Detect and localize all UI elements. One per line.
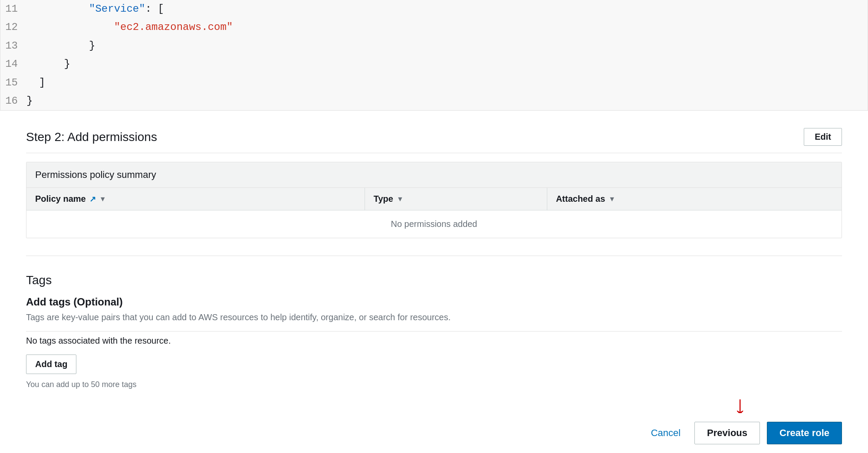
line-number: 12 <box>0 19 26 36</box>
section-divider <box>26 256 842 256</box>
line-number: 14 <box>0 56 26 72</box>
policy-name-header[interactable]: Policy name ↗ ▼ <box>26 188 365 210</box>
add-tags-title: Add tags (Optional) <box>26 296 842 308</box>
code-block: 11 "Service": [ 12 "ec2.amazonaws.com" 1… <box>0 0 868 111</box>
sort-icon-policy: ▼ <box>99 195 106 203</box>
permissions-summary-header: Permissions policy summary <box>26 162 842 188</box>
create-role-button[interactable]: Create role <box>767 422 842 444</box>
add-tags-desc: Tags are key-value pairs that you can ad… <box>26 312 842 322</box>
line-number: 11 <box>0 1 26 17</box>
step2-section: Step 2: Add permissions Edit Permissions… <box>26 128 842 238</box>
tags-section: Tags Add tags (Optional) Tags are key-va… <box>26 273 842 389</box>
no-permissions-message: No permissions added <box>26 210 842 238</box>
type-label: Type <box>374 194 393 204</box>
add-tag-button[interactable]: Add tag <box>26 355 76 374</box>
attached-as-header[interactable]: Attached as ▼ <box>547 188 842 210</box>
no-tags-text: No tags associated with the resource. <box>26 331 842 346</box>
type-header[interactable]: Type ▼ <box>365 188 547 210</box>
main-content: Step 2: Add permissions Edit Permissions… <box>0 111 868 424</box>
permissions-summary: Permissions policy summary Policy name ↗… <box>26 162 842 238</box>
line-number: 13 <box>0 38 26 54</box>
line-number: 16 <box>0 93 26 109</box>
code-line-16: 16 } <box>0 92 868 110</box>
sort-icon-attached: ▼ <box>608 195 615 203</box>
line-number: 15 <box>0 75 26 91</box>
tags-title: Tags <box>26 273 842 287</box>
tags-limit-text: You can add up to 50 more tags <box>26 380 842 389</box>
no-permissions-row: No permissions added <box>26 210 842 238</box>
edit-button[interactable]: Edit <box>804 128 842 146</box>
code-line-13: 13 } <box>0 37 868 55</box>
code-line-11: 11 "Service": [ <box>0 0 868 18</box>
cancel-button[interactable]: Cancel <box>644 423 687 443</box>
step2-title: Step 2: Add permissions <box>26 130 157 144</box>
bottom-nav: Cancel Previous Create role <box>0 413 868 453</box>
code-line-15: 15 ] <box>0 74 868 92</box>
previous-button[interactable]: Previous <box>694 422 760 444</box>
code-line-14: 14 } <box>0 55 868 73</box>
external-link-icon: ↗ <box>89 194 96 204</box>
policy-name-label: Policy name <box>35 194 86 204</box>
attached-as-label: Attached as <box>556 194 605 204</box>
step2-header: Step 2: Add permissions Edit <box>26 128 842 153</box>
sort-icon-type: ▼ <box>397 195 404 203</box>
code-line-12: 12 "ec2.amazonaws.com" <box>0 18 868 36</box>
page-container: 11 "Service": [ 12 "ec2.amazonaws.com" 1… <box>0 0 868 453</box>
permissions-table: Policy name ↗ ▼ Type ▼ <box>26 188 842 238</box>
